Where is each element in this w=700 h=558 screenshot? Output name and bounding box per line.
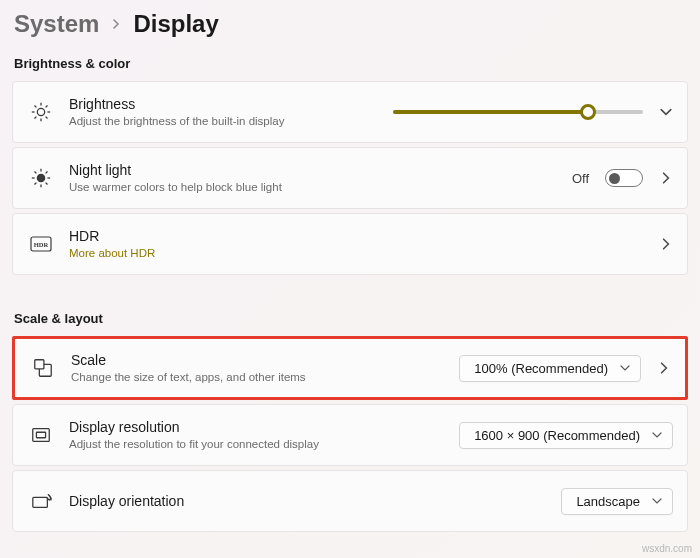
svg-rect-22 (36, 433, 45, 439)
resolution-title: Display resolution (69, 418, 459, 436)
resolution-subtitle: Adjust the resolution to fit your connec… (69, 436, 459, 452)
chevron-right-icon[interactable] (659, 172, 673, 184)
section-brightness-color: Brightness & color (14, 56, 688, 71)
scale-card[interactable]: Scale Change the size of text, apps, and… (12, 336, 688, 400)
svg-line-6 (46, 117, 48, 119)
svg-point-9 (37, 174, 44, 181)
chevron-down-icon[interactable] (659, 106, 673, 118)
breadcrumb-current: Display (133, 10, 218, 38)
hdr-link[interactable]: More about HDR (69, 245, 659, 261)
orientation-title: Display orientation (69, 492, 561, 510)
section-scale-layout: Scale & layout (14, 311, 688, 326)
svg-rect-20 (35, 360, 44, 369)
orientation-card[interactable]: Display orientation Landscape (12, 470, 688, 532)
brightness-card[interactable]: Brightness Adjust the brightness of the … (12, 81, 688, 143)
resolution-value: 1600 × 900 (Recommended) (474, 428, 640, 443)
svg-line-14 (34, 171, 36, 173)
svg-line-8 (46, 105, 48, 107)
brightness-icon (27, 101, 55, 123)
svg-line-7 (34, 117, 36, 119)
svg-rect-23 (33, 498, 48, 508)
hdr-title: HDR (69, 227, 659, 245)
scale-title: Scale (71, 351, 459, 369)
brightness-slider[interactable] (393, 102, 643, 122)
night-light-icon (27, 167, 55, 189)
svg-text:HDR: HDR (34, 241, 49, 248)
scale-dropdown[interactable]: 100% (Recommended) (459, 355, 641, 382)
orientation-value: Landscape (576, 494, 640, 509)
watermark: wsxdn.com (642, 543, 692, 554)
hdr-card[interactable]: HDR HDR More about HDR (12, 213, 688, 275)
scale-subtitle: Change the size of text, apps, and other… (71, 369, 459, 385)
night-light-card[interactable]: Night light Use warmer colors to help bl… (12, 147, 688, 209)
resolution-card[interactable]: Display resolution Adjust the resolution… (12, 404, 688, 466)
svg-line-16 (34, 183, 36, 185)
resolution-dropdown[interactable]: 1600 × 900 (Recommended) (459, 422, 673, 449)
breadcrumb: System Display (12, 10, 688, 38)
svg-line-15 (46, 183, 48, 185)
brightness-subtitle: Adjust the brightness of the built-in di… (69, 113, 393, 129)
chevron-down-icon (652, 496, 662, 506)
chevron-down-icon (652, 430, 662, 440)
scale-value: 100% (Recommended) (474, 361, 608, 376)
svg-line-17 (46, 171, 48, 173)
orientation-dropdown[interactable]: Landscape (561, 488, 673, 515)
chevron-right-icon (111, 19, 121, 29)
night-light-subtitle: Use warmer colors to help block blue lig… (69, 179, 572, 195)
night-light-toggle[interactable] (605, 169, 643, 187)
brightness-title: Brightness (69, 95, 393, 113)
scale-icon (29, 357, 57, 379)
chevron-down-icon (620, 363, 630, 373)
svg-rect-21 (33, 429, 50, 442)
svg-line-5 (34, 105, 36, 107)
breadcrumb-parent[interactable]: System (14, 10, 99, 38)
night-light-status: Off (572, 171, 589, 186)
orientation-icon (27, 491, 55, 511)
resolution-icon (27, 424, 55, 446)
chevron-right-icon[interactable] (657, 362, 671, 374)
night-light-title: Night light (69, 161, 572, 179)
hdr-icon: HDR (27, 236, 55, 252)
svg-point-0 (37, 108, 44, 115)
chevron-right-icon[interactable] (659, 238, 673, 250)
